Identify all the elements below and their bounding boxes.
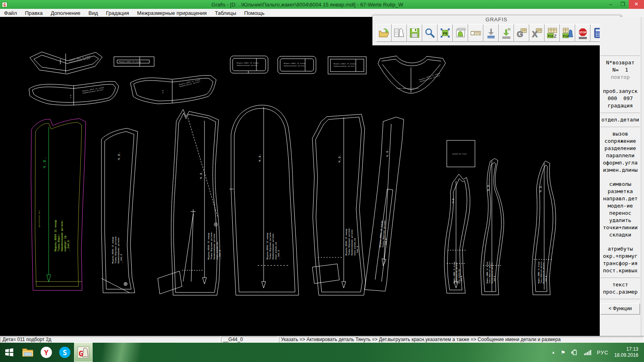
language-indicator[interactable]: РУС (597, 350, 609, 356)
pattern-piece-waistband-left[interactable]: Модель:8004 15 январ Наименование детали… (29, 81, 119, 105)
menu-tables[interactable]: Таблицы (211, 10, 240, 16)
clock[interactable]: 17:13 18.09.2016 (614, 346, 638, 358)
pattern-piece-front-lapel[interactable]: Ч.О. Модель:8004 15 январ Ткань:Верхние … (158, 109, 221, 295)
sidebar-item-sizes[interactable]: 000 097 (600, 95, 641, 102)
sidebar-separator (601, 299, 640, 299)
menu-help[interactable]: Помощь (240, 10, 268, 16)
sidebar-item-pleats[interactable]: складки (600, 231, 641, 239)
pattern-piece-side-panel-2[interactable]: Ч.О. Модель:8004 15 январ Наименование д… (444, 174, 470, 293)
open-button[interactable] (376, 24, 392, 42)
svg-text:Наименование детали:: Наименование детали: (543, 262, 545, 284)
svg-text:G: G (78, 349, 83, 358)
svg-text:Y: Y (44, 348, 49, 357)
sidebar-item-call[interactable]: вызов (600, 130, 641, 138)
start-button[interactable] (0, 343, 19, 362)
functions-button[interactable]: < Функции (601, 303, 640, 315)
pattern-piece-front-2[interactable]: Ч.О. Модель:8004 15 январ Ткань:Верхние … (312, 114, 365, 295)
menu-view[interactable]: Вид (85, 10, 102, 16)
pattern-piece-pocket-flap-2[interactable]: Модель:8004 15 январ Наименование детали… (278, 56, 316, 74)
load-grade-button[interactable]: 11 (499, 24, 514, 42)
menu-grading[interactable]: Градация (102, 10, 133, 16)
action-center-flag-icon[interactable]: ⚑ (561, 350, 566, 356)
function-sidebar: N*возврат N= 1 повтор проб.запуск 000 09… (600, 17, 644, 336)
menu-intersize[interactable]: Межразмерные приращения (133, 10, 211, 16)
sidebar-item-length-change[interactable]: измен.длины (600, 167, 641, 174)
pattern-piece-side-panel-4[interactable]: Ч.О. Модель:8004 15 январ Ткань:Верхние … (532, 161, 556, 295)
tray-overflow-icon[interactable]: ▲ (551, 350, 555, 354)
sidebar-item-delete[interactable]: удалить (600, 217, 641, 224)
sidebar-item-corner[interactable]: оформл.угла (600, 159, 641, 167)
menu-edit[interactable]: Правка (21, 10, 47, 16)
sidebar-item-text[interactable]: текст (600, 281, 641, 288)
f12-piece-icon: F12 (561, 27, 574, 39)
zoom-button[interactable] (422, 24, 438, 42)
pattern-piece-note-square[interactable]: разметка план (447, 140, 475, 167)
sidebar-item-transfer[interactable]: перенос (600, 210, 641, 217)
taskbar-grafis-button[interactable]: G (74, 343, 93, 362)
sidebar-item-curve-construction[interactable]: пост.кривых (600, 267, 641, 274)
taskbar-yandex-button[interactable]: Y (37, 343, 56, 362)
sidebar-item-n-count[interactable]: N= 1 (600, 66, 641, 74)
svg-text:Наименование детали:: Наименование детали: (213, 233, 215, 259)
minimize-button[interactable]: – (605, 0, 617, 9)
pattern-piece-welt[interactable]: Модель:8004 15 январ Наименование детали… (328, 57, 366, 74)
power-icon[interactable] (571, 350, 578, 355)
sidebar-item-return[interactable]: N*возврат (600, 59, 641, 66)
stop-button[interactable]: STOP (575, 24, 590, 42)
sidebar-item-points-lines[interactable]: точки+линии (600, 224, 641, 231)
menu-file[interactable]: Файл (0, 10, 21, 16)
pattern-piece-sleeve[interactable]: Ч.О. Модель:8004 15 январ Ткань:Верхние … (229, 105, 299, 295)
svg-text:STOP: STOP (579, 31, 586, 34)
pattern-piece-collar[interactable]: Модель:8004 15 январ Наименование детали… (378, 56, 446, 93)
restore-button[interactable]: ❐ (617, 0, 629, 9)
status-construction-id: __G44_0 (221, 337, 278, 343)
sidebar-item-marking[interactable]: разметка (600, 188, 641, 195)
sidebar-item-symbols[interactable]: символы (600, 181, 641, 188)
sidebar-item-attributes[interactable]: атрибуты (600, 245, 641, 253)
pattern-piece-pocket-flap-1[interactable]: Модель:8004 15 январ Наименование детали… (230, 56, 268, 73)
sidebar-item-test-run[interactable]: проб.запуск (600, 88, 641, 95)
sidebar-item-modelling[interactable]: модел-ие (600, 202, 641, 210)
grafis-toolbar: GRAFIS x (372, 15, 621, 45)
sidebar-item-parallels[interactable]: параллели (600, 152, 641, 159)
sidebar-item-piece-direction[interactable]: направл.дет (600, 195, 641, 202)
pattern-piece-active-facing[interactable]: Ч.О. распечатка дет. Модель:8004 15 янва… (31, 119, 86, 290)
close-button[interactable]: ✕ (629, 0, 644, 9)
copy-piece-button[interactable] (453, 24, 468, 42)
pattern-piece-waistband-right[interactable]: Модель:8004 15 январ Наименование детали… (130, 75, 216, 104)
skype-icon: S (58, 346, 71, 359)
system-tray: ▲ ⚑ РУС 17:13 18.09.2016 (551, 346, 644, 358)
x-table-button[interactable]: X (529, 24, 545, 42)
sidebar-item-grading[interactable]: градация (600, 102, 641, 109)
sidebar-scrollbar[interactable] (641, 17, 644, 336)
sidebar-item-divide[interactable]: разделение (600, 145, 641, 152)
sidebar-item-detach-piece[interactable]: отдел.детали (600, 116, 641, 123)
network-signal-icon[interactable] (584, 350, 591, 355)
load-piece-button[interactable] (483, 24, 499, 42)
sidebar-item-join[interactable]: сопряжение (600, 138, 641, 145)
g-table-button[interactable]: G (514, 24, 529, 42)
f12-piece-button[interactable]: F12 (560, 24, 575, 42)
sidebar-item-repeat[interactable]: повтор (600, 74, 641, 81)
svg-text:S: S (63, 349, 67, 357)
x-table-icon: X (531, 27, 543, 39)
pattern-piece-collar-band-1[interactable]: Модель:8004 15 январ Наименование детали… (30, 52, 102, 74)
svg-text:Модель:8004 15 январ: Модель:8004 15 январ (54, 220, 57, 251)
pattern-piece-side-panel-1[interactable]: Ч.О. Модель:8004 15 январ Ткань:Верхние … (101, 128, 138, 293)
pattern-canvas[interactable]: Модель:8004 15 январ Наименование детали… (0, 17, 600, 336)
piece-info-button[interactable] (392, 24, 407, 42)
f6-fit-button[interactable]: F6 (438, 24, 453, 42)
measure-tape-button[interactable] (468, 24, 483, 42)
svg-text:Модель:8004 15 январ: Модель:8004 15 январ (284, 62, 305, 64)
sidebar-item-circle-rect[interactable]: окр.+прямуг (600, 253, 641, 260)
f11-z-table-button[interactable]: F11 Z (545, 24, 560, 42)
taskbar-skype-button[interactable]: S (56, 343, 74, 362)
pattern-piece-slit-panel[interactable]: Ч.О. Модель:8004 15 январ Ткань:Верхние … (365, 117, 404, 291)
sidebar-item-measure-view[interactable]: прос.размер (600, 288, 641, 296)
menu-addon[interactable]: Дополнение (47, 10, 85, 16)
sidebar-item-transformation[interactable]: трансфор-ия (600, 260, 641, 267)
pattern-piece-side-panel-3[interactable]: Ч.О. Модель:8004 15 январ Ткань:Верхние … (481, 158, 504, 295)
taskbar-explorer-button[interactable] (19, 343, 37, 362)
save-button[interactable] (407, 24, 422, 42)
pattern-piece-slot-band[interactable]: Модель:8004 15 январ (114, 57, 154, 66)
